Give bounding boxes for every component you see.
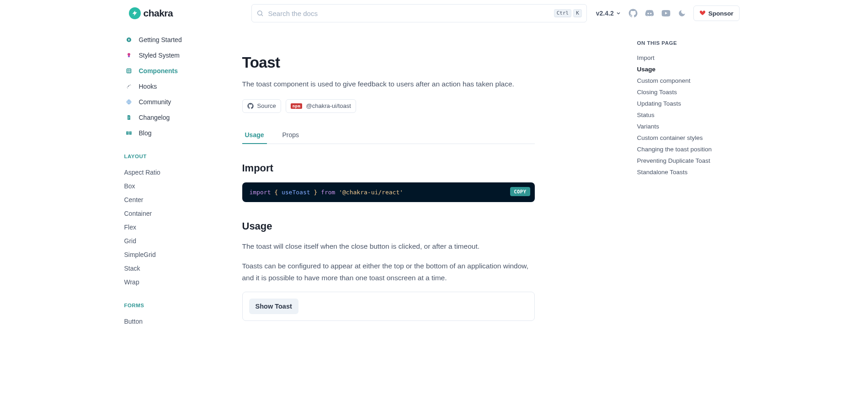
svg-rect-7 (129, 71, 130, 73)
source-link[interactable]: Source (242, 99, 281, 113)
toc-item-status[interactable]: Status (637, 109, 745, 121)
sidebar-section-layout: LAYOUT (124, 154, 237, 159)
logo-bolt-icon (129, 7, 141, 19)
toc-item-usage[interactable]: Usage (637, 64, 745, 75)
toc-item-import[interactable]: Import (637, 52, 745, 64)
page-lead: The toast component is used to give feed… (242, 79, 535, 90)
npm-badge-icon: npm (291, 103, 303, 109)
sidebar-top-styled-system[interactable]: Styled System (123, 48, 237, 62)
nav-icon (124, 97, 133, 107)
search-icon (256, 10, 264, 17)
svg-rect-6 (127, 71, 128, 73)
youtube-icon[interactable] (661, 9, 671, 18)
toc-item-changing-the-toast-position[interactable]: Changing the toast position (637, 144, 745, 155)
sidebar-item-aspect-ratio[interactable]: Aspect Ratio (123, 165, 237, 179)
svg-rect-5 (129, 69, 130, 71)
sidebar-top-hooks[interactable]: Hooks (123, 80, 237, 93)
sidebar-top-components[interactable]: Components (123, 64, 237, 78)
main-content: Toast The toast component is used to giv… (242, 27, 626, 395)
svg-rect-9 (128, 117, 129, 117)
discord-icon[interactable] (645, 9, 654, 18)
svg-rect-3 (126, 69, 131, 74)
toc-item-variants[interactable]: Variants (637, 121, 745, 132)
svg-rect-4 (127, 69, 128, 71)
nav-icon (124, 128, 133, 138)
nav-icon (124, 66, 133, 75)
sidebar-section-forms: FORMS (124, 303, 237, 308)
sidebar-item-wrap[interactable]: Wrap (123, 275, 237, 289)
heart-icon (699, 10, 706, 17)
toc-item-updating-toasts[interactable]: Updating Toasts (637, 98, 745, 109)
page-title: Toast (242, 54, 535, 71)
nav-icon (124, 51, 133, 60)
sidebar-item-center[interactable]: Center (123, 193, 237, 207)
table-of-contents: ON THIS PAGE ImportUsageCustom component… (626, 27, 745, 395)
github-icon (247, 103, 254, 109)
show-toast-button[interactable]: Show Toast (249, 299, 298, 314)
usage-paragraph-2: Toasts can be configured to appear at ei… (242, 260, 535, 283)
version-label: v2.4.2 (596, 10, 614, 17)
shortcut-hint: Ctrl K (554, 9, 582, 17)
svg-point-0 (257, 11, 261, 15)
logo-text: chakra (144, 8, 173, 19)
nav-icon (124, 35, 133, 44)
sponsor-label: Sponsor (708, 10, 734, 17)
sidebar-item-container[interactable]: Container (123, 207, 237, 220)
chevron-down-icon (616, 11, 621, 16)
tab-bar: UsageProps (242, 127, 535, 144)
dark-mode-toggle[interactable] (678, 9, 686, 17)
example-card: Show Toast (242, 292, 535, 321)
sidebar-top-community[interactable]: Community (123, 95, 237, 109)
sidebar-item-stack[interactable]: Stack (123, 262, 237, 275)
svg-rect-11 (128, 118, 129, 119)
tab-props[interactable]: Props (280, 127, 302, 144)
source-link-label: Source (257, 102, 276, 109)
tab-usage[interactable]: Usage (242, 127, 267, 144)
sidebar-top-getting-started[interactable]: Getting Started (123, 33, 237, 47)
npm-link[interactable]: npm @chakra-ui/toast (286, 99, 356, 113)
svg-rect-10 (128, 117, 129, 118)
toc-title: ON THIS PAGE (637, 40, 745, 46)
toc-item-preventing-duplicate-toast[interactable]: Preventing Duplicate Toast (637, 155, 745, 166)
github-icon[interactable] (628, 9, 638, 18)
toc-item-custom-component[interactable]: Custom component (637, 75, 745, 86)
sidebar-item-box[interactable]: Box (123, 179, 237, 193)
sidebar-top-blog[interactable]: Blog (123, 126, 237, 140)
svg-line-1 (261, 15, 263, 16)
nav-icon (124, 82, 133, 91)
sponsor-button[interactable]: Sponsor (693, 5, 740, 21)
toc-item-custom-container-styles[interactable]: Custom container styles (637, 132, 745, 144)
sidebar-item-button[interactable]: Button (123, 315, 237, 328)
nav-icon (124, 113, 133, 122)
header: chakra Search the docs Ctrl K v2.4.2 (123, 0, 745, 27)
sidebar-item-flex[interactable]: Flex (123, 220, 237, 234)
sidebar-item-simplegrid[interactable]: SimpleGrid (123, 248, 237, 262)
toc-item-closing-toasts[interactable]: Closing Toasts (637, 86, 745, 98)
usage-paragraph-1: The toast will close itself when the clo… (242, 240, 535, 252)
heading-usage: Usage (242, 220, 535, 232)
npm-link-label: @chakra-ui/toast (306, 102, 351, 109)
toc-item-standalone-toasts[interactable]: Standalone Toasts (637, 166, 745, 178)
header-right: v2.4.2 Sponsor (596, 5, 740, 21)
logo[interactable]: chakra (129, 7, 242, 19)
copy-button[interactable]: COPY (510, 187, 530, 196)
version-selector[interactable]: v2.4.2 (596, 10, 621, 17)
heading-import: Import (242, 162, 535, 174)
search-input[interactable]: Search the docs Ctrl K (251, 4, 587, 22)
search-placeholder: Search the docs (268, 10, 549, 17)
code-block-import: COPY import { useToast } from '@chakra-u… (242, 182, 535, 202)
sidebar-top-changelog[interactable]: Changelog (123, 111, 237, 124)
sidebar: Getting StartedStyled SystemComponentsHo… (123, 27, 242, 395)
sidebar-item-grid[interactable]: Grid (123, 234, 237, 248)
